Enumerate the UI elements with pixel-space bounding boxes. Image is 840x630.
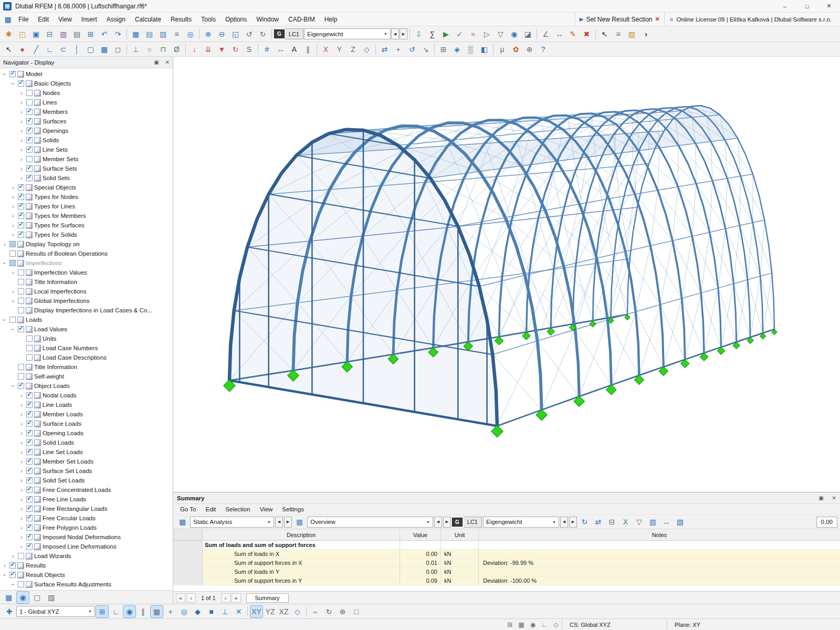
show-loads-icon[interactable]: ⇩: [412, 28, 425, 40]
close-panel-icon[interactable]: ✕: [832, 495, 836, 501]
expander-icon[interactable]: [18, 449, 25, 455]
search-icon[interactable]: ◎: [184, 28, 197, 40]
tree-item[interactable]: Member Loads: [0, 410, 173, 419]
menu-item[interactable]: Help: [320, 14, 342, 25]
separator[interactable]: [127, 44, 127, 55]
separator[interactable]: [247, 606, 248, 617]
checkbox[interactable]: [18, 581, 24, 587]
display-properties-icon[interactable]: ◑: [639, 28, 652, 40]
next-analysis-button[interactable]: ▶: [284, 517, 292, 528]
summary-menu-item[interactable]: View: [255, 505, 278, 513]
checkbox[interactable]: [18, 553, 24, 559]
tree-item[interactable]: Units: [0, 334, 173, 343]
table-list-icon[interactable]: ▤: [143, 28, 156, 40]
separator[interactable]: [258, 44, 258, 55]
summary-menu-item[interactable]: Settings: [277, 505, 309, 513]
open-file-icon[interactable]: ◰: [16, 28, 29, 40]
node-tool-icon[interactable]: ●: [16, 43, 29, 56]
tree-item[interactable]: Imperfections: [0, 258, 173, 268]
next-view-button[interactable]: ▶: [443, 517, 451, 528]
render-mode-icon[interactable]: ◧: [478, 43, 491, 56]
tree-item[interactable]: Title Information: [0, 362, 173, 372]
tree-item[interactable]: Surface Loads: [0, 419, 173, 428]
mirror-icon[interactable]: ⇄: [378, 43, 391, 56]
measure-icon[interactable]: ∠: [539, 28, 552, 40]
plane-xz-icon[interactable]: XZ: [277, 605, 290, 618]
tree-item[interactable]: Members: [0, 107, 173, 117]
plugins-icon[interactable]: ⊕: [523, 43, 536, 56]
hinge-icon[interactable]: ○: [143, 43, 156, 56]
tree-item[interactable]: Free Circular Loads: [0, 513, 173, 523]
separator[interactable]: [127, 29, 127, 39]
nodal-load-icon[interactable]: ↓: [188, 43, 201, 56]
views-navigator-tab-icon[interactable]: ▢: [30, 591, 44, 604]
expander-icon[interactable]: [18, 90, 25, 96]
new-model-icon[interactable]: ✱: [2, 28, 15, 40]
dxf-indicator-icon[interactable]: ◇: [550, 620, 562, 629]
menu-item[interactable]: Results: [166, 14, 196, 25]
tree-item[interactable]: Load Case Descriptions: [0, 353, 173, 362]
orbit-mode-icon[interactable]: ↻: [322, 605, 335, 618]
checkbox[interactable]: [26, 496, 33, 502]
separator[interactable]: [434, 44, 435, 55]
tree-item[interactable]: Types for Nodes: [0, 192, 173, 202]
expander-icon[interactable]: [18, 156, 25, 162]
checkbox[interactable]: [9, 250, 16, 257]
imperfection-icon[interactable]: S: [243, 43, 256, 56]
tree-item[interactable]: Free Concentrated Loads: [0, 485, 173, 495]
next-view-icon[interactable]: ↻: [256, 28, 269, 40]
tree-item[interactable]: Special Objects: [0, 183, 173, 192]
table-row[interactable]: Sum of loads in X 0.00 kN: [173, 550, 840, 559]
column-header-unit[interactable]: Unit: [441, 529, 479, 540]
columns-icon[interactable]: ▥: [646, 516, 659, 528]
layers-icon[interactable]: ≡: [612, 28, 625, 40]
menu-item[interactable]: CAD-BIM: [284, 14, 320, 25]
expander-icon[interactable]: [10, 204, 16, 209]
float-panel-icon[interactable]: ▣: [818, 495, 823, 501]
fit-width-icon[interactable]: ↔: [660, 516, 673, 528]
guidelines-icon[interactable]: ∥: [301, 43, 314, 56]
tree-item[interactable]: Results of Boolean Operations: [0, 249, 173, 258]
checkbox[interactable]: [18, 298, 24, 304]
tree-item[interactable]: Line Set Loads: [0, 447, 173, 457]
tree-item[interactable]: Object Loads: [0, 381, 173, 391]
pan-mode-icon[interactable]: ⇔: [309, 605, 322, 618]
overview-combo[interactable]: Overview ▼: [307, 517, 433, 528]
checkbox[interactable]: [26, 109, 33, 115]
load-case-combo[interactable]: Eigengewicht ▼: [304, 28, 391, 39]
table-row[interactable]: Sum of support forces in Y 0.09 kN Devia…: [173, 576, 840, 585]
separator[interactable]: [199, 29, 200, 39]
separator[interactable]: [537, 29, 537, 39]
user-plane-icon[interactable]: ◇: [291, 605, 304, 618]
menu-item[interactable]: Assign: [102, 14, 130, 25]
tree-item[interactable]: Types for Lines: [0, 202, 173, 211]
expander-icon[interactable]: [10, 289, 16, 295]
table-icon[interactable]: ▦: [129, 28, 142, 40]
close-icon[interactable]: ✕: [818, 0, 840, 12]
separator[interactable]: [317, 44, 317, 55]
view-x-icon[interactable]: X: [319, 43, 332, 56]
prev-load-case-button[interactable]: ◀: [391, 28, 399, 39]
tree-item[interactable]: Display Topology on: [0, 239, 173, 249]
expander-icon[interactable]: [10, 185, 16, 191]
print-table-icon[interactable]: ⊟: [605, 516, 618, 528]
checkbox[interactable]: [26, 534, 33, 540]
table-row[interactable]: Sum of loads in Y 0.00 kN: [173, 568, 840, 576]
member-support-icon[interactable]: ⊓: [156, 43, 170, 56]
checkbox[interactable]: [18, 184, 24, 191]
expander-icon[interactable]: [18, 468, 25, 474]
tree-item[interactable]: Member Sets: [0, 154, 173, 164]
checkbox[interactable]: [26, 335, 33, 342]
tree-item[interactable]: Surface Set Loads: [0, 466, 173, 476]
expander-icon[interactable]: [2, 563, 8, 569]
expander-icon[interactable]: [2, 572, 8, 578]
block-icon[interactable]: ⊞: [84, 28, 97, 40]
expander-icon[interactable]: [10, 223, 16, 228]
data-navigator-tab-icon[interactable]: ▦: [2, 591, 15, 604]
checkbox[interactable]: [26, 128, 33, 134]
zoom-out-icon[interactable]: ⊖: [215, 28, 228, 40]
tree-item[interactable]: Loads: [0, 315, 173, 324]
tree-item[interactable]: Solid Loads: [0, 438, 173, 447]
checkbox[interactable]: [26, 175, 33, 181]
summary-menu-item[interactable]: Edit: [201, 505, 220, 513]
